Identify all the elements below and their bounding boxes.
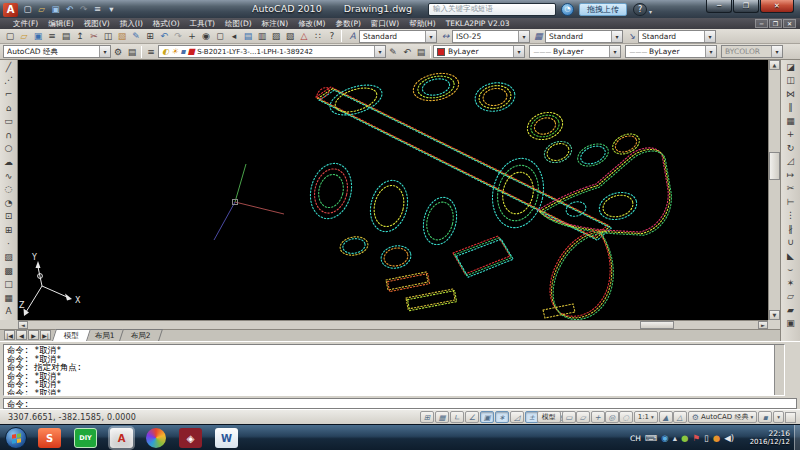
tab-model[interactable]: 模型 <box>52 329 91 341</box>
scroll-down-icon[interactable]: ▼ <box>769 310 780 320</box>
scroll-left-icon[interactable]: ◄ <box>18 321 28 329</box>
open-icon[interactable]: ▱ <box>17 30 31 43</box>
circle-icon[interactable]: ○ <box>2 142 16 156</box>
scale-icon[interactable]: ◿ <box>784 155 798 169</box>
grid-toggle[interactable]: ▦ <box>435 411 449 423</box>
table-icon[interactable]: ▦ <box>2 291 16 305</box>
alert-icon[interactable]: ⚑ <box>692 434 700 443</box>
autocad-logo-icon[interactable]: A <box>3 3 18 17</box>
otrack-toggle[interactable]: ∗ <box>495 411 509 423</box>
taskbar-word-icon[interactable]: W <box>215 428 238 448</box>
menu-help[interactable]: 帮助(H) <box>404 19 441 29</box>
insert-block-icon[interactable]: ⊡ <box>2 210 16 224</box>
menu-edit[interactable]: 编辑(E) <box>43 19 79 29</box>
vscroll-thumb[interactable] <box>769 152 780 180</box>
menu-file[interactable]: 文件(F) <box>8 19 43 29</box>
drawing-canvas[interactable]: Y X Z <box>18 60 768 320</box>
trim-icon[interactable]: ✂ <box>784 182 798 196</box>
tab-nav-icon[interactable]: ▶ <box>28 330 39 340</box>
command-scrollbar[interactable] <box>774 344 785 396</box>
ellipse-arc-icon[interactable]: ◔ <box>2 196 16 210</box>
communication-center-icon[interactable]: ◔ <box>561 3 574 16</box>
safety-icon[interactable]: ● <box>681 434 688 443</box>
horizontal-scrollbar[interactable]: ◄ ► <box>18 320 768 329</box>
qat-new-icon[interactable]: ▢ <box>21 3 34 16</box>
markup-set-manager-icon[interactable]: △ <box>297 30 311 43</box>
qat-save-icon[interactable]: ▣ <box>49 3 62 16</box>
menu-draw[interactable]: 绘图(D) <box>220 19 257 29</box>
join-icon[interactable]: ∪ <box>784 236 798 250</box>
arc-icon[interactable]: ∩ <box>2 128 16 142</box>
maximize-button[interactable]: ❐ <box>733 0 759 13</box>
make-layer-current-icon[interactable]: ✎ <box>386 45 400 58</box>
save-icon[interactable]: ▣ <box>31 30 45 43</box>
qat-plot-icon[interactable]: ≡ <box>91 3 104 16</box>
snap-toggle[interactable]: ⊞ <box>420 411 434 423</box>
help-dropdown-icon[interactable]: ▾ <box>649 8 652 15</box>
zoom-previous-icon[interactable]: ◂ <box>227 30 241 43</box>
tab-nav-icon[interactable]: ▶| <box>40 330 51 340</box>
zoom-window-icon[interactable]: ◻ <box>213 30 227 43</box>
rectangle-icon[interactable]: ▭ <box>2 114 16 128</box>
drawing-area[interactable]: Y X Z <box>18 60 768 320</box>
scroll-right-icon[interactable]: ► <box>758 321 768 329</box>
qat-redo-icon[interactable]: ↷ <box>77 3 90 16</box>
line-icon[interactable]: ╱ <box>2 60 16 74</box>
tab-nav-icon[interactable]: |◀ <box>4 330 15 340</box>
table-style-combo[interactable]: ▦ Standard <box>532 30 623 43</box>
new-icon[interactable]: ▢ <box>3 30 17 43</box>
menu-dimension[interactable]: 标注(N) <box>257 19 293 29</box>
menu-parametric[interactable]: 参数(P) <box>330 19 365 29</box>
taskbar-autocad-icon[interactable]: A <box>110 428 133 448</box>
redo-icon[interactable]: ↷ <box>171 30 185 43</box>
zoom-realtime-icon[interactable]: ◉ <box>199 30 213 43</box>
pan-status-icon[interactable]: + <box>591 411 605 423</box>
qat-undo-icon[interactable]: ↶ <box>63 3 76 16</box>
gradient-icon[interactable]: ▩ <box>2 264 16 278</box>
menu-modify[interactable]: 修改(M) <box>293 19 330 29</box>
plot-icon[interactable]: ≡ <box>45 30 59 43</box>
pan-icon[interactable]: + <box>185 30 199 43</box>
designcenter-icon[interactable]: ▥ <box>255 30 269 43</box>
search-input[interactable]: 输入关键字或短语 <box>428 3 556 16</box>
annotation-visibility-icon[interactable]: ▲ <box>659 411 673 423</box>
doc-restore-button[interactable]: ❐ <box>769 19 782 28</box>
minimize-button[interactable]: ─ <box>706 0 732 13</box>
break-icon[interactable]: ∦ <box>784 222 798 236</box>
layer-previous-icon[interactable]: ↶ <box>400 45 414 58</box>
workspace-combo[interactable]: AutoCAD 经典 <box>3 45 111 58</box>
erase-icon[interactable]: ◪ <box>784 60 798 74</box>
extend-icon[interactable]: ⊢ <box>784 195 798 209</box>
steering-wheel-icon[interactable]: ◌ <box>619 411 633 423</box>
help-button[interactable]: ? <box>633 3 647 16</box>
block-editor-icon[interactable]: ⊞ <box>143 30 157 43</box>
menu-window[interactable]: 窗口(W) <box>366 19 404 29</box>
polyline-icon[interactable]: ⌐ <box>2 87 16 101</box>
taskbar-diy-icon[interactable]: DIY <box>74 428 97 448</box>
sheet-set-manager-icon[interactable]: ▧ <box>283 30 297 43</box>
tab-layout2[interactable]: 布局2 <box>119 329 163 341</box>
vertical-scrollbar[interactable]: ▲ ▼ <box>768 60 780 320</box>
polygon-icon[interactable]: ⌂ <box>2 101 16 115</box>
plot-preview-icon[interactable]: ▤ <box>59 30 73 43</box>
start-button[interactable] <box>5 427 27 449</box>
mirror-icon[interactable]: ⋈ <box>784 87 798 101</box>
clean-screen-button[interactable] <box>785 412 796 423</box>
keyboard-icon[interactable]: ⌨ <box>645 434 657 443</box>
annotation-autoscale-icon[interactable]: △ <box>673 411 687 423</box>
workspace-settings-icon[interactable]: ⚙ <box>111 45 125 58</box>
clock[interactable]: 22:16 2016/12/12 <box>750 429 790 447</box>
upload-button[interactable]: 拖拽上传 <box>579 3 627 16</box>
draworder-above-icon[interactable]: ▣ <box>784 317 798 331</box>
model-space-button[interactable]: 模型 <box>537 411 561 423</box>
quick-view-drawings-icon[interactable]: ▱ <box>576 411 590 423</box>
workspace-save-icon[interactable]: ▤ <box>125 45 139 58</box>
paste-icon[interactable]: ▧ <box>115 30 129 43</box>
ducs-toggle[interactable]: ◿ <box>510 411 524 423</box>
expand-tray-icon[interactable]: ▴ <box>673 434 677 443</box>
language-indicator[interactable]: CH <box>630 434 641 443</box>
toolbar-lock-button[interactable]: ▪ <box>758 411 772 423</box>
tool-palettes-icon[interactable]: ▨ <box>269 30 283 43</box>
rotate-icon[interactable]: ↻ <box>784 141 798 155</box>
stretch-icon[interactable]: ↦ <box>784 168 798 182</box>
